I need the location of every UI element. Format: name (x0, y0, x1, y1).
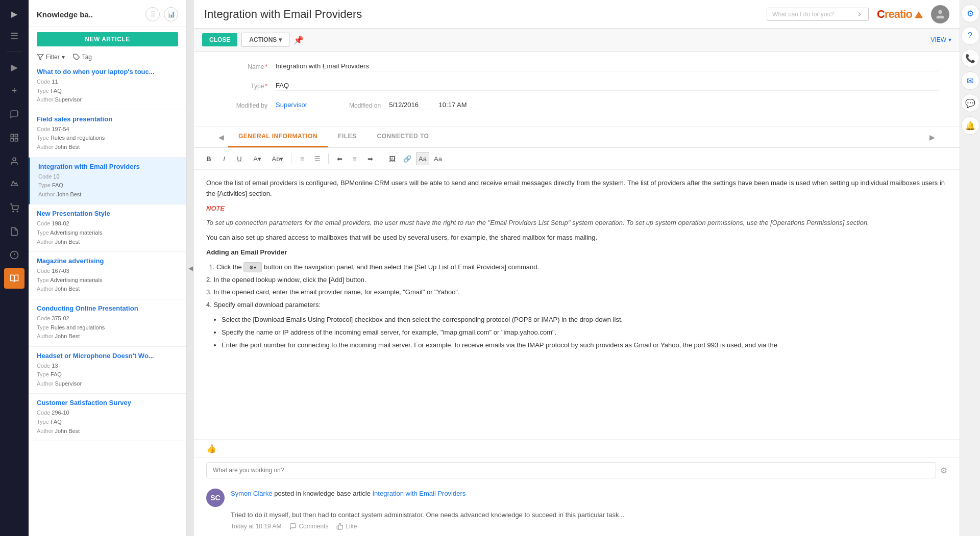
comment-settings-icon[interactable]: ⚙ (940, 466, 947, 475)
bullet3: Enter the port number for connecting to … (222, 340, 947, 351)
nav-orders-icon[interactable] (4, 198, 24, 218)
nav-dashboard-icon[interactable] (4, 127, 24, 148)
svg-rect-1 (15, 134, 18, 137)
image-button[interactable]: 🖼 (385, 152, 399, 165)
unordered-list-button[interactable]: ☰ (311, 152, 324, 165)
like-button[interactable]: Like (336, 523, 357, 530)
feed-post-attribution: Symon Clarke posted in knowledge base ar… (231, 489, 465, 499)
svg-point-7 (17, 211, 18, 212)
sidebar-list-view-btn[interactable]: ☰ (145, 7, 160, 21)
align-center-button[interactable]: ≡ (348, 152, 361, 165)
list-item-meta-5: Code 375-02 Type Rules and regulations A… (37, 314, 178, 341)
nav-activities-icon[interactable] (4, 174, 24, 195)
step1: Click the ⚙▾ button on the navigation pa… (216, 262, 947, 273)
list-item-title-1: Field sales presentation (37, 115, 178, 123)
nav-info-icon[interactable] (4, 245, 24, 265)
sidebar-list-item-7[interactable]: Customer Satisfaction Survey Code 296-10… (29, 394, 186, 441)
svg-rect-3 (15, 139, 18, 141)
pin-icon[interactable]: 📌 (293, 35, 304, 45)
align-right-button[interactable]: ➡ (363, 152, 377, 165)
italic-button[interactable]: I (217, 152, 231, 165)
like-label: Like (346, 523, 357, 530)
nav-feed-icon[interactable] (4, 104, 24, 124)
right-chat-icon[interactable]: 💬 (961, 94, 979, 112)
user-avatar[interactable] (931, 5, 949, 23)
new-article-button[interactable]: NEW ARTICLE (37, 32, 178, 46)
right-email-icon[interactable]: ✉ (961, 71, 979, 90)
sidebar-list-item-1[interactable]: Field sales presentation Code 197-54 Typ… (29, 110, 186, 158)
modified-date[interactable]: 5/12/2016 (389, 101, 428, 110)
nav-knowledge-icon[interactable] (4, 268, 24, 289)
right-settings-icon[interactable]: ⚙ (961, 4, 979, 22)
font-size-small-button[interactable]: Aa (431, 152, 445, 165)
filter-button[interactable]: Filter ▾ (37, 54, 65, 61)
svg-point-14 (938, 10, 942, 13)
font-size-large-button[interactable]: Aa (416, 152, 429, 165)
actions-dropdown-icon: ▾ (279, 36, 282, 43)
filter-dropdown-icon: ▾ (62, 54, 65, 61)
sidebar-list-item-4[interactable]: Magazine advertising Code 167-03 Type Ad… (29, 252, 186, 299)
tab-prev-arrow[interactable]: ◀ (214, 133, 228, 141)
bold-button[interactable]: B (202, 152, 215, 165)
right-help-icon[interactable]: ? (961, 27, 979, 45)
list-item-title-6: Headset or Microphone Doesn't Wo... (37, 352, 178, 360)
sidebar-list-item-6[interactable]: Headset or Microphone Doesn't Wo... Code… (29, 347, 186, 394)
sidebar-list-item-0[interactable]: What to do when your laptop's touc... Co… (29, 63, 186, 110)
list-item-title-7: Customer Satisfaction Survey (37, 399, 178, 406)
note-label: NOTE (206, 205, 225, 212)
tabs-bar: ◀ GENERAL INFORMATION FILES CONNECTED TO… (194, 126, 960, 148)
sidebar-title: Knowledge ba.. (37, 10, 93, 19)
post-article-link[interactable]: Integration with Email Providers (373, 490, 466, 497)
sidebar-list: What to do when your laptop's touc... Co… (29, 63, 186, 536)
tab-files[interactable]: FILES (328, 126, 367, 147)
nav-contacts-icon[interactable] (4, 151, 24, 171)
link-button[interactable]: 🔗 (401, 152, 414, 165)
tab-general-information[interactable]: GENERAL INFORMATION (228, 126, 328, 147)
svg-marker-11 (37, 55, 43, 60)
sidebar-list-item-3[interactable]: New Presentation Style Code 198-02 Type … (29, 205, 186, 252)
type-value[interactable]: FAQ (276, 82, 939, 91)
list-item-meta-1: Code 197-54 Type Rules and regulations A… (37, 125, 178, 152)
thumbs-up-icon[interactable]: 👍 (206, 444, 216, 453)
steps-list: Click the ⚙▾ button on the navigation pa… (206, 262, 947, 311)
font-color-button[interactable]: A▾ (248, 152, 266, 165)
actions-button[interactable]: ACTIONS ▾ (241, 33, 289, 47)
editor-content[interactable]: Once the list of email providers is conf… (194, 170, 960, 439)
highlight-button[interactable]: Ab▾ (268, 152, 287, 165)
nav-documents-icon[interactable] (4, 221, 24, 242)
align-left-button[interactable]: ⬅ (333, 152, 346, 165)
nav-expand-arrow[interactable]: ▶ (7, 5, 21, 23)
list-item-meta-6: Code 13 Type FAQ Author Supervisor (37, 362, 178, 389)
sidebar-collapse-handle[interactable]: ◀ (187, 0, 194, 536)
comment-input[interactable] (206, 462, 936, 478)
global-search-box[interactable]: What can I do for you? (767, 8, 869, 21)
tab-next-arrow[interactable]: ▶ (925, 133, 939, 141)
sidebar-chart-view-btn[interactable]: 📊 (164, 7, 178, 21)
underline-button[interactable]: U (233, 152, 246, 165)
sidebar-list-item-2[interactable]: Integration with Email Providers Code 10… (29, 158, 186, 205)
tag-button[interactable]: Tag (73, 54, 92, 61)
svg-marker-13 (915, 11, 923, 18)
right-phone-icon[interactable]: 📞 (961, 49, 979, 67)
nav-studio-icon[interactable]: ▶ (4, 57, 24, 78)
comments-button[interactable]: Comments (289, 523, 328, 530)
name-value[interactable]: Integration with Email Providers (276, 62, 939, 71)
ordered-list-button[interactable]: ≡ (296, 152, 309, 165)
sidebar: Knowledge ba.. ☰ 📊 NEW ARTICLE Filter ▾ … (29, 0, 187, 536)
sidebar-view-icons: ☰ 📊 (145, 7, 178, 21)
sidebar-list-item-5[interactable]: Conducting Online Presentation Code 375-… (29, 299, 186, 347)
tab-connected-to[interactable]: CONNECTED TO (367, 126, 439, 147)
modified-by-value[interactable]: Supervisor (276, 101, 307, 110)
poster-name-link[interactable]: Symon Clarke (231, 490, 273, 497)
list-item-meta-7: Code 296-10 Type FAQ Author John Best (37, 409, 178, 436)
nav-add-icon[interactable]: + (4, 81, 24, 101)
nav-menu-icon[interactable]: ☰ (4, 26, 24, 46)
bullet2: Specify the name or IP address of the in… (222, 327, 947, 338)
right-bell-icon[interactable]: 🔔 (961, 116, 979, 135)
close-button[interactable]: CLOSE (202, 33, 237, 46)
view-button[interactable]: VIEW ▾ (930, 36, 951, 43)
toolbar: CLOSE ACTIONS ▾ 📌 VIEW ▾ (194, 29, 960, 52)
view-label: VIEW (930, 36, 946, 43)
step2: 2. In the opened lookup window, click th… (206, 275, 947, 286)
toolbar-sep3 (381, 154, 381, 164)
